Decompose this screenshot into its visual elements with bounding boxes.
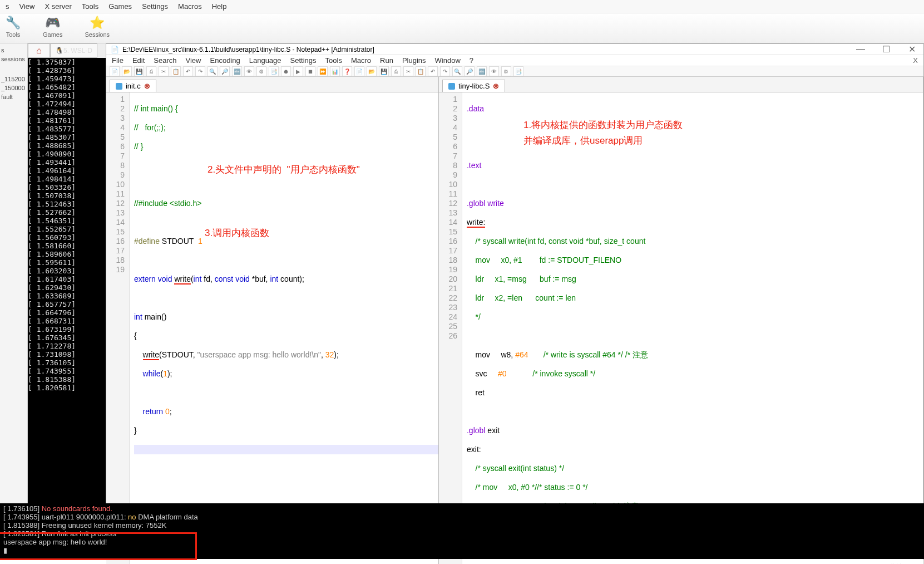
toolbar-icon[interactable]: 📊 (330, 66, 340, 76)
toolbar-icon[interactable]: 💾 (379, 66, 389, 76)
menu-file[interactable]: File (112, 56, 123, 65)
sidebar-item[interactable]: s (1, 46, 26, 55)
moba-menu-item[interactable]: Settings (142, 2, 168, 11)
menu-search[interactable]: Search (154, 56, 176, 65)
toolbar-icon[interactable]: 📋 (171, 66, 181, 76)
moba-menu-item[interactable]: Macros (178, 2, 202, 11)
toolbar-icon[interactable]: 📂 (122, 66, 132, 76)
home-icon: ⌂ (36, 46, 42, 56)
toolbar-icon[interactable]: 🔤 (232, 66, 242, 76)
toolbar-icon[interactable]: ↶ (428, 66, 438, 76)
annotation-2: 2.头文件中声明的 "用户态内核函数" (207, 165, 360, 174)
npp-menu-bar: File Edit Search View Encoding Language … (106, 55, 923, 66)
menu-window[interactable]: Window (435, 56, 461, 65)
disk-icon (448, 83, 455, 90)
menu-language[interactable]: Language (249, 56, 281, 65)
hello-world-output: userspace app msg: hello world! (3, 538, 921, 546)
moba-menu-item[interactable]: Games (108, 2, 132, 11)
toolbar-icon[interactable]: 📑 (513, 66, 523, 76)
menu-settings[interactable]: Settings (290, 56, 317, 65)
toolbar-icon[interactable]: ⚙ (501, 66, 511, 76)
annotation-1: 1.将内核提供的函数封装为用户态函数 (523, 120, 683, 130)
menu-encoding[interactable]: Encoding (210, 56, 240, 65)
npp-titlebar[interactable]: 📄 E:\Dev\EE\linux_src\linux-6.1.1\build\… (106, 44, 923, 55)
toolbar-icon[interactable]: 📑 (269, 66, 279, 76)
npp-toolbar: 📄📂💾⎙✂📋↶↷🔍🔎🔤👁⚙📑⏺▶⏹⏩📊❓📄📂💾⎙✂📋↶↷🔍🔎🔤👁⚙📑 (106, 66, 923, 77)
sidebar-item[interactable]: _115200 (1, 75, 26, 84)
toolbar-tools[interactable]: 🔧Tools (6, 16, 21, 41)
toolbar-games[interactable]: 🎮Games (43, 16, 62, 41)
moba-toolbar: 🔧Tools 🎮Games ⭐Sessions (0, 13, 924, 43)
terminal-bottom[interactable]: [ 1.736105] No soundcards found. [ 1.743… (0, 503, 924, 559)
code-body[interactable]: .data .text .globl write write: /* sysca… (462, 92, 923, 564)
moba-menu-item[interactable]: X server (45, 2, 71, 11)
close-icon[interactable]: ⊗ (144, 82, 150, 90)
toolbar-icon[interactable]: 🔤 (477, 66, 487, 76)
menu-close-x[interactable]: X (913, 56, 918, 65)
tab-tiny-libc-s[interactable]: tiny-libc.S ⊗ (442, 80, 505, 92)
wsl-tab[interactable]: 🐧 5. WSL-D (50, 43, 97, 58)
menu-tools[interactable]: Tools (325, 56, 342, 65)
moba-menu-item[interactable]: Help (212, 2, 227, 11)
menu-macro[interactable]: Macro (351, 56, 371, 65)
toolbar-icon[interactable]: ❓ (342, 66, 352, 76)
toolbar-icon[interactable]: 🔍 (452, 66, 462, 76)
maximize-icon[interactable]: ☐ (879, 44, 893, 55)
toolbar-icon[interactable]: 💾 (134, 66, 144, 76)
gamepad-icon: 🎮 (45, 16, 60, 30)
star-icon: ⭐ (90, 16, 105, 30)
toolbar-icon[interactable]: ↶ (183, 66, 193, 76)
toolbar-icon[interactable]: 🔎 (220, 66, 230, 76)
toolbar-icon[interactable]: 📂 (367, 66, 377, 76)
menu-plugins[interactable]: Plugins (402, 56, 426, 65)
toolbar-icon[interactable]: 👁 (489, 66, 499, 76)
toolbar-icon[interactable]: ⏺ (281, 66, 291, 76)
menu-help[interactable]: ? (470, 56, 473, 65)
toolbar-icon[interactable]: ✂ (403, 66, 413, 76)
toolbar-icon[interactable]: ↷ (195, 66, 205, 76)
sidebar-item[interactable]: _150000 (1, 84, 26, 92)
file-icon: 📄 (111, 46, 119, 53)
terminal-pane[interactable]: ⌂ 🐧 5. WSL-D [ 1.375837][ 1.428736][ 1.4… (28, 43, 106, 503)
toolbar-icon[interactable]: ⎙ (391, 66, 401, 76)
code-editor-left[interactable]: 12345678910111213141516171819 // int mai… (106, 92, 438, 564)
window-title: E:\Dev\EE\linux_src\linux-6.1.1\build\us… (122, 46, 374, 53)
toolbar-icon[interactable]: ⏩ (318, 66, 328, 76)
annotation-1b: 并编译成库，供userapp调用 (523, 136, 643, 145)
toolbar-icon[interactable]: 👁 (244, 66, 254, 76)
toolbar-icon[interactable]: 📋 (416, 66, 426, 76)
menu-run[interactable]: Run (380, 56, 393, 65)
annotation-3: 3.调用内核函数 (205, 228, 269, 238)
home-tab[interactable]: ⌂ (28, 43, 50, 58)
editor-pane-left: init.c ⊗ 12345678910111213141516171819 /… (106, 77, 439, 564)
toolbar-icon[interactable]: ▶ (293, 66, 303, 76)
toolbar-icon[interactable]: ⚙ (256, 66, 266, 76)
toolbar-icon[interactable]: 🔎 (465, 66, 475, 76)
menu-edit[interactable]: Edit (132, 56, 145, 65)
close-icon[interactable]: ⊗ (493, 82, 499, 90)
line-gutter: 1234567891011121314151617181920212223242… (439, 92, 462, 564)
moba-menu-item[interactable]: View (19, 2, 35, 11)
wrench-icon: 🔧 (6, 16, 21, 30)
minimize-icon[interactable]: — (853, 44, 868, 55)
disk-icon (116, 83, 122, 90)
toolbar-icon[interactable]: ✂ (159, 66, 169, 76)
toolbar-sessions[interactable]: ⭐Sessions (85, 16, 110, 41)
toolbar-icon[interactable]: 📄 (110, 66, 120, 76)
menu-view[interactable]: View (186, 56, 201, 65)
sidebar-item[interactable]: sessions (1, 55, 26, 63)
toolbar-icon[interactable]: 📄 (354, 66, 364, 76)
moba-menu-item[interactable]: Tools (82, 2, 98, 11)
toolbar-icon[interactable]: ⏹ (305, 66, 315, 76)
code-editor-right[interactable]: 1234567891011121314151617181920212223242… (439, 92, 923, 564)
sidebar-item[interactable]: fault (1, 92, 26, 101)
toolbar-icon[interactable]: 🔍 (207, 66, 218, 76)
toolbar-icon[interactable]: ⎙ (146, 66, 156, 76)
close-icon[interactable]: ✕ (905, 44, 919, 55)
code-body[interactable]: // int main() { // for(;;); // } //#incl… (130, 92, 438, 564)
tab-init-c[interactable]: init.c ⊗ (110, 80, 156, 92)
toolbar-icon[interactable]: ↷ (440, 66, 450, 76)
terminal-output: [ 1.375837][ 1.428736][ 1.459473][ 1.465… (28, 58, 106, 392)
moba-menu-bar: s View X server Tools Games Settings Mac… (0, 0, 924, 13)
moba-menu-item[interactable]: s (6, 2, 9, 11)
